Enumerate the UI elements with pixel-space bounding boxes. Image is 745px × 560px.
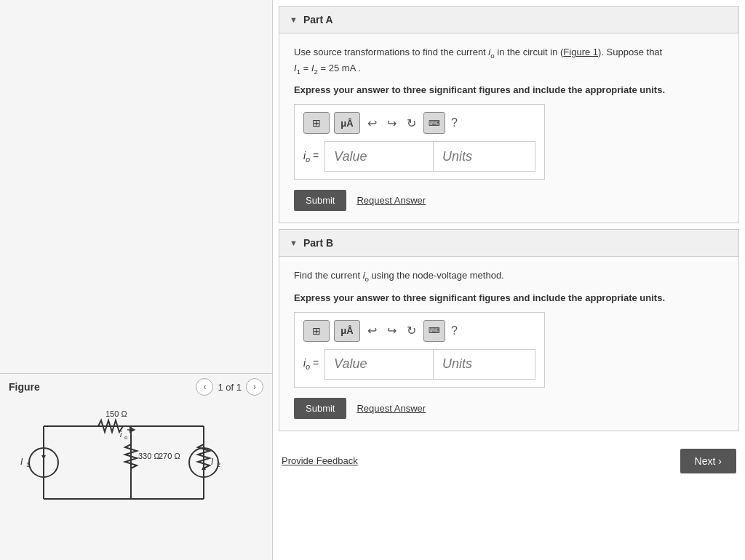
- part-b-value-input[interactable]: [324, 349, 434, 380]
- unit-button-b[interactable]: μÅ: [334, 320, 360, 342]
- part-b-header: ▼ Part B: [279, 230, 738, 257]
- part-b-request-answer-button[interactable]: Request Answer: [356, 403, 426, 414]
- figure-label: Figure: [9, 381, 196, 393]
- keyboard-button-a[interactable]: ⌨: [423, 112, 445, 134]
- next-button[interactable]: Next ›: [680, 449, 736, 473]
- svg-text:i: i: [120, 430, 122, 439]
- svg-text:2: 2: [217, 461, 220, 468]
- figure-navigation: ‹ 1 of 1 ›: [196, 378, 263, 396]
- part-a-instruction: Express your answer to three significant…: [294, 84, 724, 95]
- part-b-answer-box: ⊞ μÅ ↩ ↪ ↻ ⌨ ? io =: [294, 312, 545, 388]
- undo-button-b[interactable]: ↩: [364, 322, 380, 339]
- left-panel: Figure ‹ 1 of 1 ›: [0, 0, 273, 560]
- figure-page: 1 of 1: [218, 382, 242, 393]
- part-a-answer-box: ⊞ μÅ ↩ ↪ ↻ ⌨ ? io =: [294, 104, 545, 180]
- svg-text:o: o: [124, 434, 128, 441]
- circuit-svg: 150 Ω i o I 1 330 Ω: [15, 404, 233, 521]
- figure1-link[interactable]: Figure 1: [563, 47, 598, 57]
- svg-text:1: 1: [26, 461, 30, 468]
- refresh-button-b[interactable]: ↻: [404, 322, 419, 339]
- part-a-submit-button[interactable]: Submit: [294, 190, 346, 211]
- svg-text:I: I: [211, 457, 214, 467]
- undo-button-a[interactable]: ↩: [364, 115, 380, 132]
- right-panel: ▼ Part A Use source transformations to f…: [273, 0, 745, 560]
- refresh-button-a[interactable]: ↻: [404, 115, 419, 132]
- part-a-input-row: io =: [303, 141, 535, 172]
- r1-label: 150 Ω: [105, 409, 127, 418]
- part-a-action-row: Submit Request Answer: [294, 190, 724, 211]
- svg-marker-14: [41, 455, 46, 460]
- part-a-header: ▼ Part A: [279, 7, 738, 33]
- grid-button-a[interactable]: ⊞: [303, 112, 330, 134]
- part-b-toolbar: ⊞ μÅ ↩ ↪ ↻ ⌨ ?: [303, 320, 535, 342]
- part-a-content: Use source transformations to find the c…: [279, 33, 738, 223]
- part-b-problem-text: Find the current io using the node-volta…: [294, 268, 724, 284]
- part-b-instruction: Express your answer to three significant…: [294, 292, 724, 303]
- svg-text:I: I: [20, 457, 23, 467]
- help-icon-b: ?: [451, 324, 458, 337]
- circuit-diagram: 150 Ω i o I 1 330 Ω: [15, 404, 258, 524]
- grid-button-b[interactable]: ⊞: [303, 320, 330, 342]
- part-b-units-input[interactable]: [434, 349, 535, 380]
- help-icon-a: ?: [451, 116, 458, 129]
- part-a-problem-text: Use source transformations to find the c…: [294, 45, 724, 77]
- part-a-value-input[interactable]: [324, 141, 434, 172]
- part-a-request-answer-button[interactable]: Request Answer: [356, 195, 426, 206]
- part-a-toolbar: ⊞ μÅ ↩ ↪ ↻ ⌨ ?: [303, 112, 535, 134]
- svg-text:270 Ω: 270 Ω: [159, 452, 180, 460]
- bottom-bar: Provide Feedback Next ›: [273, 437, 745, 485]
- part-b-input-label: io =: [303, 357, 319, 371]
- figure-next-button[interactable]: ›: [246, 378, 263, 396]
- svg-text:330 Ω: 330 Ω: [138, 452, 160, 460]
- figure-header: Figure ‹ 1 of 1 ›: [0, 373, 272, 400]
- part-b-action-row: Submit Request Answer: [294, 398, 724, 419]
- part-b-title: Part B: [303, 237, 333, 249]
- part-a-section: ▼ Part A Use source transformations to f…: [279, 6, 739, 223]
- figure-prev-button[interactable]: ‹: [196, 378, 213, 396]
- unit-button-a[interactable]: μÅ: [334, 112, 360, 134]
- next-label: Next: [695, 455, 716, 467]
- part-a-title: Part A: [303, 14, 333, 25]
- part-b-content: Find the current io using the node-volta…: [279, 257, 738, 430]
- part-a-units-input[interactable]: [434, 141, 535, 172]
- part-b-input-row: io =: [303, 349, 535, 380]
- redo-button-a[interactable]: ↪: [384, 115, 399, 132]
- redo-button-b[interactable]: ↪: [384, 322, 399, 339]
- part-b-submit-button[interactable]: Submit: [294, 398, 346, 419]
- keyboard-button-b[interactable]: ⌨: [423, 320, 445, 342]
- provide-feedback-button[interactable]: Provide Feedback: [282, 455, 358, 466]
- part-b-collapse-arrow[interactable]: ▼: [290, 239, 298, 247]
- part-a-input-label: io =: [303, 150, 319, 164]
- part-a-collapse-arrow[interactable]: ▼: [290, 15, 298, 24]
- part-b-section: ▼ Part B Find the current io using the n…: [279, 229, 739, 431]
- next-arrow-icon: ›: [718, 455, 722, 467]
